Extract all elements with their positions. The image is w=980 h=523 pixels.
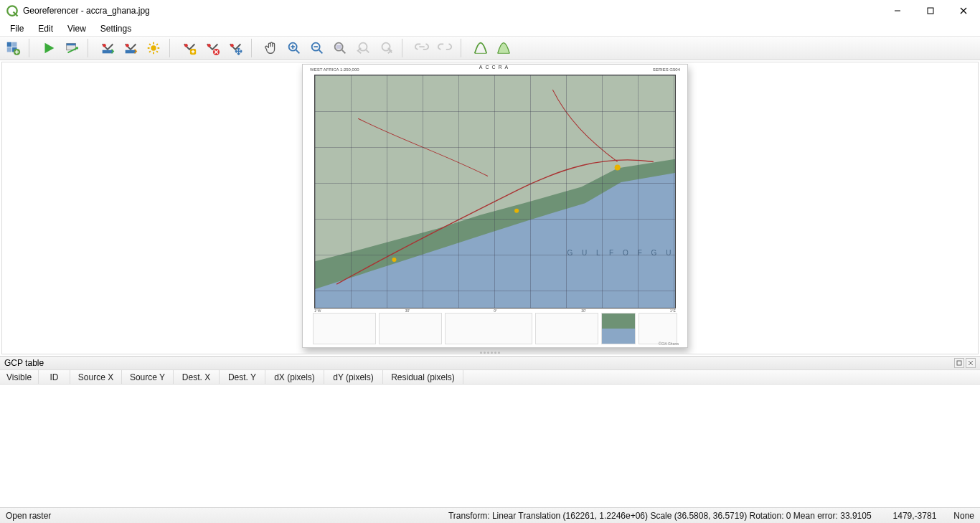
gcp-panel-close-button[interactable]: [966, 358, 976, 368]
svg-rect-11: [103, 50, 113, 54]
toolbar-separator: [88, 39, 93, 57]
menu-bar: File Edit View Settings: [0, 22, 980, 36]
toolbar-separator: [169, 39, 175, 57]
gcp-panel-title: GCP table: [4, 358, 44, 368]
maximize-button[interactable]: [914, 0, 947, 22]
toolbar: [0, 36, 980, 60]
menu-edit[interactable]: Edit: [31, 22, 60, 35]
status-left: Open raster: [6, 511, 51, 521]
svg-point-15: [184, 44, 188, 47]
local-histogram-stretch-button[interactable]: [494, 38, 514, 58]
pan-button[interactable]: [261, 38, 281, 58]
save-gcp-button[interactable]: [121, 38, 141, 58]
map-credit: ©CIA Ghana: [659, 341, 679, 346]
svg-rect-8: [67, 44, 76, 46]
gcp-panel-header: GCP table: [0, 357, 980, 370]
panel-drag-handle[interactable]: [476, 352, 504, 354]
legend-box: [445, 313, 532, 344]
svg-point-14: [151, 45, 156, 50]
full-histogram-stretch-button[interactable]: [471, 38, 491, 58]
gcp-table-body[interactable]: [0, 385, 980, 507]
zoom-last-button[interactable]: [353, 38, 373, 58]
toolbar-separator: [402, 39, 407, 57]
status-bar: Open raster Transform: Linear Translatio…: [0, 507, 980, 523]
svg-point-17: [207, 44, 211, 47]
toolbar-separator: [251, 39, 257, 57]
col-source-y[interactable]: Source Y: [122, 370, 174, 384]
col-source-x[interactable]: Source X: [70, 370, 122, 384]
menu-view[interactable]: View: [60, 22, 93, 35]
zoom-out-button[interactable]: [307, 38, 327, 58]
legend-row: [313, 313, 677, 344]
col-dx-pixels[interactable]: dX (pixels): [265, 370, 324, 384]
gcp-panel-undock-button[interactable]: [954, 358, 964, 368]
status-right: None: [953, 511, 974, 521]
col-dest-y[interactable]: Dest. Y: [220, 370, 265, 384]
zoom-in-button[interactable]: [284, 38, 304, 58]
legend-box: [313, 313, 376, 344]
delete-point-button[interactable]: [202, 38, 222, 58]
qgis-app-icon: [6, 4, 19, 17]
map-frame: G U L F O F G U I N E A: [314, 75, 676, 308]
link-georeferencer-button[interactable]: [412, 38, 432, 58]
status-transform: Transform: Linear Translation (162261, 1…: [448, 511, 872, 521]
menu-file[interactable]: File: [3, 22, 31, 35]
svg-rect-4: [7, 47, 11, 52]
svg-point-12: [126, 44, 129, 47]
gcp-table-panel: GCP table Visible ID Source X Source Y D…: [0, 356, 980, 507]
svg-rect-1: [928, 8, 933, 14]
svg-point-19: [230, 44, 234, 47]
move-point-button[interactable]: [225, 38, 245, 58]
zoom-to-layer-button[interactable]: [330, 38, 350, 58]
raster-image: WEST AFRICA 1:250,000 ACCRA SERIES G504 …: [302, 64, 688, 348]
close-button[interactable]: [947, 0, 980, 22]
svg-point-9: [76, 47, 79, 50]
legend-box: [535, 313, 598, 344]
gcp-table-header: Visible ID Source X Source Y Dest. X Des…: [0, 370, 980, 385]
minimize-button[interactable]: [881, 0, 914, 22]
zoom-next-button[interactable]: [376, 38, 396, 58]
transformation-settings-button[interactable]: [143, 38, 164, 58]
legend-box: [379, 313, 442, 344]
svg-rect-23: [336, 44, 341, 48]
toolbar-separator: [461, 39, 466, 57]
link-qgis-button[interactable]: [435, 38, 455, 58]
generate-script-button[interactable]: [62, 38, 82, 58]
col-residual[interactable]: Residual (pixels): [383, 370, 463, 384]
svg-rect-29: [957, 361, 961, 365]
start-georeferencing-button[interactable]: [39, 38, 59, 58]
add-point-button[interactable]: [179, 38, 199, 58]
svg-rect-3: [12, 42, 17, 47]
status-coords: 1479,-3781: [893, 511, 937, 521]
sheet-title: ACCRA: [303, 65, 687, 70]
window-title: Georeferencer - accra_ghana.jpg: [23, 6, 150, 16]
open-raster-button[interactable]: [3, 38, 23, 58]
menu-settings[interactable]: Settings: [93, 22, 138, 35]
georeferencer-window: Georeferencer - accra_ghana.jpg File Edi…: [0, 0, 980, 523]
col-id[interactable]: ID: [39, 370, 70, 384]
svg-point-10: [103, 44, 106, 47]
legend-box: [639, 313, 677, 344]
load-gcp-button[interactable]: [98, 38, 118, 58]
legend-locator: [601, 313, 636, 344]
col-dy-pixels[interactable]: dY (pixels): [324, 370, 383, 384]
graticule-grid: [315, 75, 675, 308]
svg-rect-2: [7, 42, 11, 47]
col-visible[interactable]: Visible: [0, 370, 39, 384]
map-canvas[interactable]: WEST AFRICA 1:250,000 ACCRA SERIES G504 …: [1, 62, 979, 354]
svg-rect-13: [126, 50, 136, 54]
col-dest-x[interactable]: Dest. X: [174, 370, 220, 384]
title-bar: Georeferencer - accra_ghana.jpg: [0, 0, 980, 22]
toolbar-separator: [29, 39, 34, 57]
